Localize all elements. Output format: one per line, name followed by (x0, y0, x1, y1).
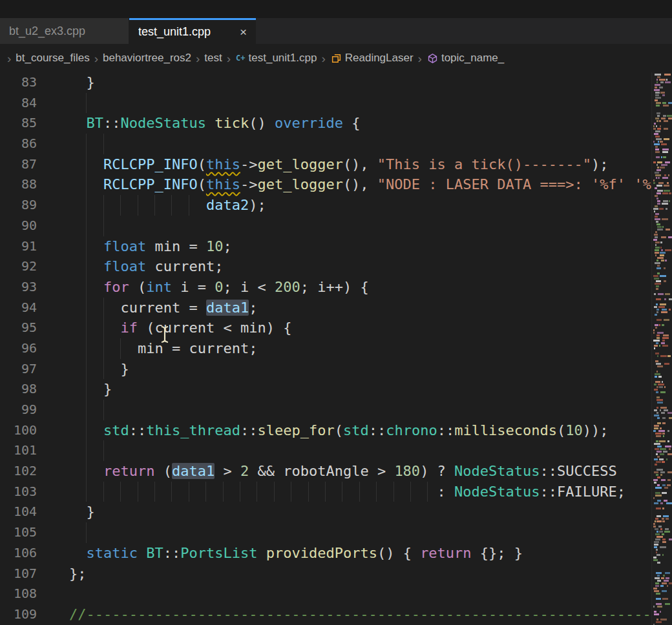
code-line[interactable] (58, 400, 672, 420)
tab-label: test_unit1.cpp (138, 25, 211, 39)
indent-guide (394, 482, 394, 502)
chevron-right-icon: › (7, 52, 11, 65)
code-line[interactable]: current = data1; (58, 298, 672, 318)
line-number[interactable]: 103 (0, 482, 58, 502)
line-number[interactable]: 105 (0, 522, 58, 543)
indent-guide (223, 482, 224, 502)
line-number[interactable]: 106 (0, 543, 58, 564)
indent-guide (240, 482, 240, 502)
code-row: 86 (0, 134, 672, 154)
breadcrumb-item[interactable]: ReadingLaser (345, 52, 414, 65)
code-line[interactable]: } (58, 359, 672, 380)
code-line[interactable]: min = current; (58, 338, 672, 359)
indent-guide (86, 379, 87, 400)
code-row: 88 RCLCPP_INFO(this->get_logger(), "NODE… (0, 174, 672, 195)
code-line[interactable] (58, 440, 672, 461)
code-row: 85 BT::NodeStatus tick() override { (0, 113, 672, 134)
code-line[interactable] (58, 93, 672, 114)
indent-guide (138, 482, 138, 502)
close-icon[interactable]: × (232, 26, 247, 38)
code-row: 96 min = current; (0, 338, 672, 359)
code-line[interactable]: //--------------------------------------… (58, 604, 672, 625)
code-line[interactable]: : NodeStatus::FAILURE; (58, 482, 672, 502)
code-row: 108 (0, 584, 672, 604)
line-number[interactable]: 94 (0, 298, 58, 318)
code-line[interactable] (58, 134, 672, 154)
code-line[interactable]: }; (58, 564, 672, 584)
code-line[interactable]: } (58, 379, 672, 400)
indent-guide (171, 195, 172, 216)
line-number[interactable]: 86 (0, 134, 58, 154)
line-number[interactable]: 97 (0, 359, 58, 380)
tab-test-unit1[interactable]: test_unit1.cpp × (129, 18, 256, 44)
line-number[interactable]: 98 (0, 379, 58, 400)
line-number[interactable]: 85 (0, 113, 58, 134)
code-line[interactable]: } (58, 502, 672, 522)
indent-guide (189, 195, 189, 216)
code-row: 89 data2); (0, 195, 672, 216)
code-row: 99 (0, 400, 672, 420)
code-line[interactable]: BT::NodeStatus tick() override { (58, 113, 672, 134)
indent-guide (154, 195, 155, 216)
indent-guide (103, 318, 104, 338)
code-line[interactable]: std::this_thread::sleep_for(std::chrono:… (58, 420, 672, 441)
code-line[interactable] (58, 216, 672, 236)
line-number[interactable]: 101 (0, 440, 58, 461)
tab-bt-u2-ex3[interactable]: bt_u2_ex3.cpp (0, 18, 129, 44)
line-number[interactable]: 93 (0, 277, 58, 298)
breadcrumb-item[interactable]: bt_course_files (16, 52, 89, 65)
indent-guide (86, 338, 87, 359)
line-number[interactable]: 90 (0, 216, 58, 236)
indent-guide (171, 482, 172, 502)
code-line[interactable]: for (int i = 0; i < 200; i++) { (58, 277, 672, 298)
line-number[interactable]: 96 (0, 338, 58, 359)
breadcrumb-item[interactable]: behaviortree_ros2 (103, 52, 191, 65)
code-line[interactable] (58, 584, 672, 604)
line-number[interactable]: 89 (0, 195, 58, 216)
code-row: 90 (0, 216, 672, 236)
indent-guide (86, 195, 87, 216)
line-number[interactable]: 84 (0, 93, 58, 114)
line-number[interactable]: 91 (0, 236, 58, 257)
code-line[interactable]: float min = 10; (58, 236, 672, 257)
line-number[interactable]: 109 (0, 604, 58, 625)
line-number[interactable]: 102 (0, 461, 58, 482)
code-line[interactable]: float current; (58, 256, 672, 277)
code-row: 95 if (current < min) { (0, 318, 672, 338)
line-number[interactable]: 104 (0, 502, 58, 522)
line-number[interactable]: 92 (0, 256, 58, 277)
line-number[interactable]: 87 (0, 154, 58, 175)
indent-guide (86, 440, 87, 461)
line-number[interactable]: 95 (0, 318, 58, 338)
indent-guide (86, 461, 87, 482)
breadcrumb-item[interactable]: topic_name_ (441, 52, 504, 65)
code-line[interactable]: data2); (58, 195, 672, 216)
code-line[interactable]: return (data1 > 2 && robotAngle > 180) ?… (58, 461, 672, 482)
code-row: 87 RCLCPP_INFO(this->get_logger(), "This… (0, 154, 672, 175)
code-line[interactable]: RCLCPP_INFO(this->get_logger(), "This is… (58, 154, 672, 175)
breadcrumb-item[interactable]: test_unit1.cpp (249, 52, 317, 65)
minimap[interactable] (651, 72, 672, 625)
indent-guide (154, 482, 155, 502)
code-line[interactable]: } (58, 72, 672, 93)
line-number[interactable]: 88 (0, 174, 58, 195)
code-line[interactable]: RCLCPP_INFO(this->get_logger(), "NODE : … (58, 174, 672, 195)
code-line[interactable]: if (current < min) { (58, 318, 672, 338)
code-row: 97 } (0, 359, 672, 380)
tab-bar: bt_u2_ex3.cpp test_unit1.cpp × (0, 18, 672, 44)
indent-guide (86, 134, 87, 154)
code-line[interactable]: static BT::PortsList providedPorts() { r… (58, 543, 672, 564)
chevron-right-icon: › (321, 52, 325, 65)
chevron-right-icon: › (196, 52, 200, 65)
indent-guide (103, 482, 104, 502)
line-number[interactable]: 100 (0, 420, 58, 441)
code-line[interactable] (58, 522, 672, 543)
indent-guide (410, 482, 411, 502)
line-number[interactable]: 99 (0, 400, 58, 420)
class-icon (331, 53, 342, 64)
breadcrumb-item[interactable]: test (204, 52, 222, 65)
chevron-right-icon: › (418, 52, 422, 65)
line-number[interactable]: 107 (0, 564, 58, 584)
line-number[interactable]: 83 (0, 72, 58, 93)
line-number[interactable]: 108 (0, 584, 58, 604)
